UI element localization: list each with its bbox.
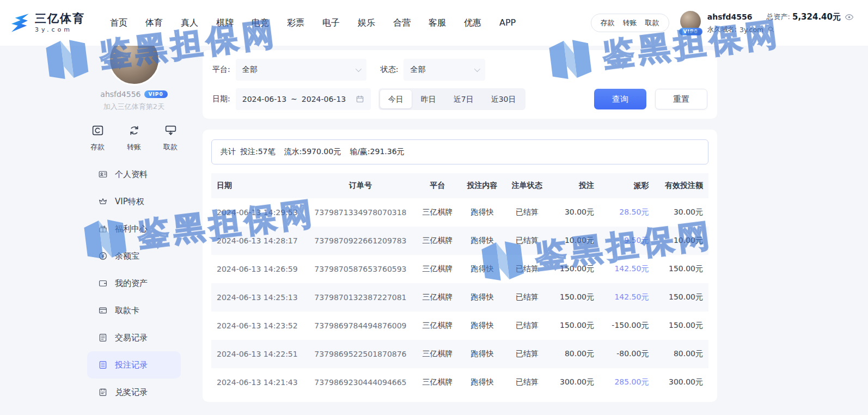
navbar-right: 存款 转账 取款 VIP0 ahsfd4556 总资产: 5,324.40元 [591,11,854,35]
summary-bets: 投注:57笔 [240,147,276,157]
records-card: 共计 投注:57笔 流水:5970.00元 输/赢:291.36元 日期 订单号… [203,130,717,402]
logo-icon [9,12,30,34]
summary-turnover: 流水:5970.00元 [284,147,341,157]
chevron-down-icon [355,66,361,72]
nav-item-service[interactable]: 客服 [429,17,446,29]
deposit-icon [91,124,105,139]
domain-value: 3y.com [739,26,763,34]
crown-icon [98,197,108,206]
vip-badge: VIP0 [679,28,702,35]
sidebar-item-yuebao[interactable]: 余额宝 [87,242,181,270]
payout-cell: 142.50元 [594,255,649,283]
withdraw-quick-action[interactable]: 取款 [163,124,178,152]
status-label: 状态: [381,65,399,75]
transfer-quick-action[interactable]: 转账 [127,124,141,152]
table-row: 2024-06-13 14:28:17 7379870922661209783 … [211,227,708,255]
range-yesterday[interactable]: 昨日 [413,90,444,108]
coin-icon [98,251,108,261]
header-status: 注单状态 [505,173,549,198]
eye-icon[interactable] [845,13,854,22]
table-row: 2024-06-13 14:25:13 7379870132387227081 … [211,283,708,312]
header-platform: 平台 [415,173,460,198]
payout-cell: -150.00元 [594,312,649,340]
assets-label: 总资产: [767,12,790,22]
logo-subtitle: 3y.com [35,27,85,33]
domain-label: 永久域名: [707,25,737,34]
bank-card-icon [98,306,108,315]
transfer-label: 转账 [127,142,141,152]
sidebar-item-bet-records[interactable]: 投注记录 [87,351,181,379]
document-icon [98,360,108,370]
nav-item-esports[interactable]: 电竞 [252,17,269,29]
payout-cell: 9.50元 [594,227,649,255]
nav-item-slots[interactable]: 电子 [322,17,340,29]
header-date: 日期 [211,173,305,198]
sidebar-item-transactions[interactable]: 交易记录 [87,324,181,351]
calendar-icon[interactable] [356,95,364,103]
table-row: 2024-06-13 14:21:43 7379869230444094665 … [211,368,708,396]
deposit-label: 存款 [90,142,105,152]
nav-item-promotions[interactable]: 优惠 [464,17,481,29]
deposit-quick-action[interactable]: 存款 [90,124,105,152]
date-range-input[interactable]: 2024-06-13 ~ 2024-06-13 [236,88,371,110]
sidebar-item-redeem-records[interactable]: 兑奖记录 [87,379,181,406]
status-select[interactable]: 全部 [404,59,485,81]
range-30days[interactable]: 近30日 [483,90,524,108]
sidebar-item-welfare[interactable]: 福利中心 [87,215,181,242]
logo-title: 三亿体育 [35,13,85,25]
header-order: 订单号 [305,173,415,198]
platform-label: 平台: [212,65,230,75]
nav-item-entertainment[interactable]: 娱乐 [358,17,375,29]
platform-select[interactable]: 全部 [236,59,366,81]
date-label: 日期: [212,94,230,104]
range-7days[interactable]: 近7日 [445,90,482,108]
content-area: ahsfd4556 VIP0 加入三亿体育第2天 存款 [0,46,868,415]
wallet-icon [98,278,108,288]
chevron-down-icon [474,66,480,72]
sidebar-item-assets[interactable]: 我的资产 [87,270,181,297]
user-block: VIP0 ahsfd4556 总资产: 5,324.40元 [679,11,854,35]
assets-value: 5,324.40元 [792,12,841,22]
nav-item-lottery[interactable]: 彩票 [287,17,304,29]
table-row: 2024-06-13 14:23:52 7379869784494876009 … [211,312,708,340]
nav-item-live[interactable]: 真人 [181,17,198,29]
table-row: 2024-06-13 14:22:51 7379869522501870876 … [211,340,708,368]
reset-button[interactable]: 重置 [655,89,707,109]
wallet-deposit-link[interactable]: 存款 [601,18,615,28]
summary-bar: 共计 投注:57笔 流水:5970.00元 输/赢:291.36元 [211,139,708,164]
main-panel: 平台: 全部 状态: 全部 日期: 2024-06-13 ~ [203,50,717,415]
profile-username: ahsfd4556 [100,90,140,99]
nav-item-app[interactable]: APP [499,17,516,29]
date-from: 2024-06-13 [242,95,286,103]
header-content: 投注内容 [460,173,505,198]
wallet-transfer-link[interactable]: 转账 [623,18,637,28]
profile-vip-badge: VIP0 [144,90,168,98]
nav-item-partnership[interactable]: 合营 [393,17,411,29]
main-nav: 首页 体育 真人 棋牌 电竞 彩票 电子 娱乐 合营 客服 优惠 APP [110,17,516,29]
transfer-icon [127,124,141,139]
filter-card: 平台: 全部 状态: 全部 日期: 2024-06-13 ~ [203,50,717,119]
search-button[interactable]: 查询 [594,89,646,109]
table-header-row: 日期 订单号 平台 投注内容 注单状态 投注 派彩 有效投注额 [211,173,708,198]
nav-item-chess[interactable]: 棋牌 [216,17,234,29]
payout-cell: -80.00元 [594,340,649,368]
id-card-icon [98,169,108,179]
sidebar-item-withdraw-card[interactable]: 取款卡 [87,297,181,324]
wallet-withdraw-link[interactable]: 取款 [645,18,659,28]
withdraw-icon [164,124,178,139]
payout-cell: 142.50元 [594,283,649,312]
quick-actions: 存款 转账 取款 [87,124,181,152]
page: 三亿体育 3y.com 首页 体育 真人 棋牌 电竞 彩票 电子 娱乐 合营 客… [0,0,868,415]
header-payout: 派彩 [594,173,649,198]
sidebar-item-profile[interactable]: 个人资料 [87,161,181,188]
search-icon[interactable] [767,26,775,33]
site-logo[interactable]: 三亿体育 3y.com [9,12,85,34]
nav-item-home[interactable]: 首页 [110,17,127,29]
range-today[interactable]: 今日 [380,90,412,108]
sidebar-item-vip[interactable]: VIP特权 [87,188,181,215]
gift-icon [98,224,108,234]
nav-item-sports[interactable]: 体育 [145,17,163,29]
table-row: 2024-06-13 14:26:59 7379870587653760593 … [211,255,708,283]
wallet-pill: 存款 转账 取款 [591,14,669,32]
top-navbar: 三亿体育 3y.com 首页 体育 真人 棋牌 电竞 彩票 电子 娱乐 合营 客… [0,0,868,46]
